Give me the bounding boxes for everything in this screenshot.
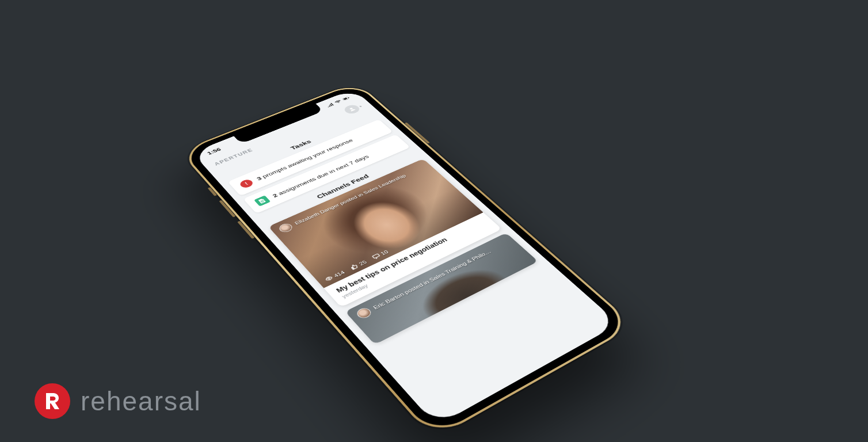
- document-icon: [254, 195, 271, 206]
- brand-mark-icon: [35, 383, 70, 419]
- svg-point-3: [328, 277, 330, 279]
- brand-wordmark: rehearsal: [81, 386, 201, 417]
- brand-logo: rehearsal: [35, 383, 201, 419]
- svg-rect-1: [344, 98, 348, 100]
- battery-icon: [341, 96, 351, 101]
- comment-icon: [371, 253, 381, 260]
- wifi-icon: [333, 99, 342, 104]
- status-time: 1:56: [206, 147, 222, 156]
- signal-icon: [325, 102, 334, 108]
- thumbs-up-icon: [349, 263, 360, 270]
- alert-icon: !: [238, 178, 255, 189]
- phone-mockup: 1:56 APERTURE: [179, 82, 635, 440]
- eye-icon: [323, 275, 334, 283]
- author-avatar: [355, 306, 374, 320]
- author-avatar: [277, 222, 294, 234]
